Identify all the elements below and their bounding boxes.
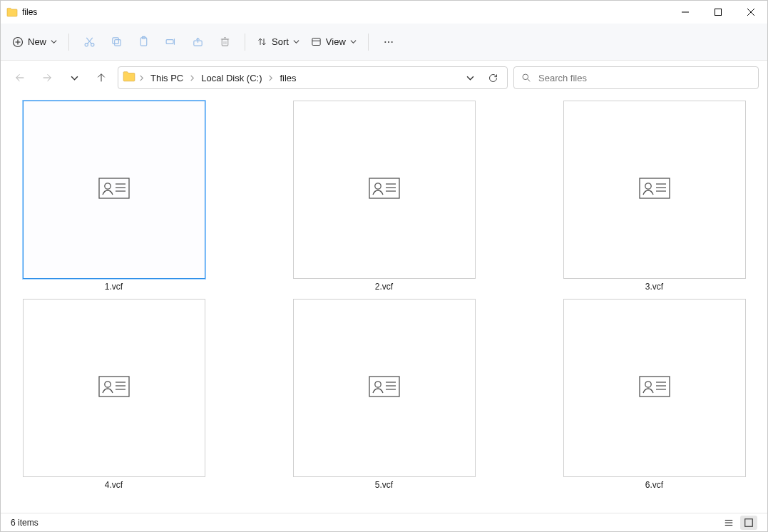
crumb-local-disk[interactable]: Local Disk (C:) bbox=[198, 73, 265, 83]
chevron-right-icon bbox=[138, 71, 145, 84]
file-item[interactable]: 4.vcf bbox=[11, 299, 217, 490]
svg-line-35 bbox=[528, 79, 531, 82]
svg-point-37 bbox=[104, 183, 110, 189]
contact-card-icon bbox=[98, 178, 130, 202]
file-item[interactable]: 5.vcf bbox=[281, 299, 487, 490]
file-thumbnail bbox=[293, 299, 476, 477]
file-name: 5.vcf bbox=[375, 480, 393, 490]
list-icon bbox=[724, 518, 734, 528]
refresh-button[interactable] bbox=[483, 68, 503, 88]
search-box[interactable] bbox=[513, 66, 759, 89]
svg-point-62 bbox=[645, 382, 650, 387]
refresh-icon bbox=[488, 73, 498, 83]
file-name: 2.vcf bbox=[375, 282, 393, 292]
chevron-down-icon bbox=[51, 39, 57, 45]
forward-button[interactable] bbox=[36, 67, 58, 88]
view-label: View bbox=[326, 36, 346, 47]
file-item[interactable]: 6.vcf bbox=[551, 299, 757, 490]
rename-icon bbox=[165, 36, 177, 48]
file-content-area[interactable]: 1.vcf 2.vcf 3.vcf 4.vcf 5.vcf 6.vcf bbox=[1, 95, 767, 513]
file-thumbnail bbox=[23, 101, 205, 279]
file-item[interactable]: 1.vcf bbox=[11, 101, 217, 292]
arrow-right-icon bbox=[41, 72, 53, 83]
breadcrumb-history-button[interactable] bbox=[460, 68, 480, 88]
arrow-left-icon bbox=[14, 72, 26, 83]
svg-point-29 bbox=[388, 41, 389, 42]
svg-point-57 bbox=[374, 382, 380, 387]
search-icon bbox=[521, 73, 531, 83]
thumbnails-view-button[interactable] bbox=[740, 516, 757, 530]
svg-rect-69 bbox=[745, 518, 753, 526]
rename-button[interactable] bbox=[158, 30, 183, 54]
chevron-down-icon bbox=[466, 74, 474, 82]
crumb-files[interactable]: files bbox=[277, 73, 299, 83]
maximize-button[interactable] bbox=[702, 1, 734, 24]
cut-button[interactable] bbox=[76, 30, 102, 54]
chevron-down-icon bbox=[71, 74, 78, 82]
chevron-down-icon bbox=[350, 39, 357, 45]
grid-icon bbox=[744, 518, 754, 528]
svg-rect-19 bbox=[222, 39, 228, 46]
contact-card-icon bbox=[369, 376, 400, 400]
view-button[interactable]: View bbox=[307, 30, 361, 54]
window-title: files bbox=[22, 7, 37, 17]
new-button[interactable]: New bbox=[8, 30, 61, 54]
svg-point-28 bbox=[384, 41, 386, 42]
toolbar: New Sort View bbox=[1, 24, 767, 61]
svg-point-30 bbox=[391, 41, 392, 42]
svg-rect-26 bbox=[312, 39, 320, 46]
svg-rect-41 bbox=[369, 178, 399, 198]
copy-icon bbox=[111, 36, 123, 48]
details-view-button[interactable] bbox=[720, 516, 737, 530]
copy-button[interactable] bbox=[103, 30, 129, 54]
arrow-up-icon bbox=[96, 72, 107, 83]
svg-rect-51 bbox=[99, 377, 129, 397]
paste-button[interactable] bbox=[130, 30, 156, 54]
svg-line-9 bbox=[87, 38, 92, 44]
search-input[interactable] bbox=[538, 73, 751, 83]
minimize-button[interactable] bbox=[669, 1, 702, 24]
close-button[interactable] bbox=[734, 1, 767, 24]
folder-icon bbox=[6, 6, 18, 18]
chevron-right-icon bbox=[267, 71, 274, 84]
file-name: 3.vcf bbox=[645, 282, 663, 292]
up-button[interactable] bbox=[91, 67, 112, 88]
svg-rect-46 bbox=[640, 178, 670, 198]
svg-line-10 bbox=[86, 38, 91, 44]
svg-point-42 bbox=[374, 183, 380, 189]
plus-circle-icon bbox=[12, 36, 24, 48]
trash-icon bbox=[219, 36, 231, 48]
share-icon bbox=[192, 36, 204, 48]
new-label: New bbox=[28, 36, 46, 47]
breadcrumb-bar[interactable]: This PC Local Disk (C:) files bbox=[118, 66, 508, 89]
sort-icon bbox=[257, 36, 267, 47]
title-bar: files bbox=[1, 1, 767, 24]
contact-card-icon bbox=[639, 178, 670, 202]
file-item[interactable]: 3.vcf bbox=[551, 101, 757, 292]
file-name: 6.vcf bbox=[645, 480, 663, 490]
sort-label: Sort bbox=[272, 36, 289, 47]
item-count: 6 items bbox=[11, 518, 39, 528]
crumb-this-pc[interactable]: This PC bbox=[148, 73, 186, 83]
svg-rect-36 bbox=[99, 178, 129, 198]
file-thumbnail bbox=[563, 101, 746, 279]
chevron-right-icon bbox=[189, 71, 195, 84]
ellipsis-icon bbox=[383, 36, 394, 48]
svg-rect-56 bbox=[369, 377, 399, 397]
svg-point-52 bbox=[104, 382, 110, 387]
file-name: 1.vcf bbox=[105, 282, 123, 292]
svg-rect-61 bbox=[640, 377, 670, 397]
recent-button[interactable] bbox=[63, 67, 85, 88]
more-button[interactable] bbox=[376, 30, 401, 54]
file-name: 4.vcf bbox=[105, 480, 123, 490]
sort-button[interactable]: Sort bbox=[252, 30, 304, 54]
file-item[interactable]: 2.vcf bbox=[281, 101, 487, 292]
delete-button[interactable] bbox=[212, 30, 237, 54]
svg-rect-11 bbox=[114, 40, 121, 46]
file-thumbnail bbox=[563, 299, 746, 477]
share-button[interactable] bbox=[185, 30, 210, 54]
contact-card-icon bbox=[369, 178, 400, 202]
contact-card-icon bbox=[98, 376, 130, 400]
svg-point-34 bbox=[523, 74, 528, 80]
back-button[interactable] bbox=[9, 67, 31, 88]
